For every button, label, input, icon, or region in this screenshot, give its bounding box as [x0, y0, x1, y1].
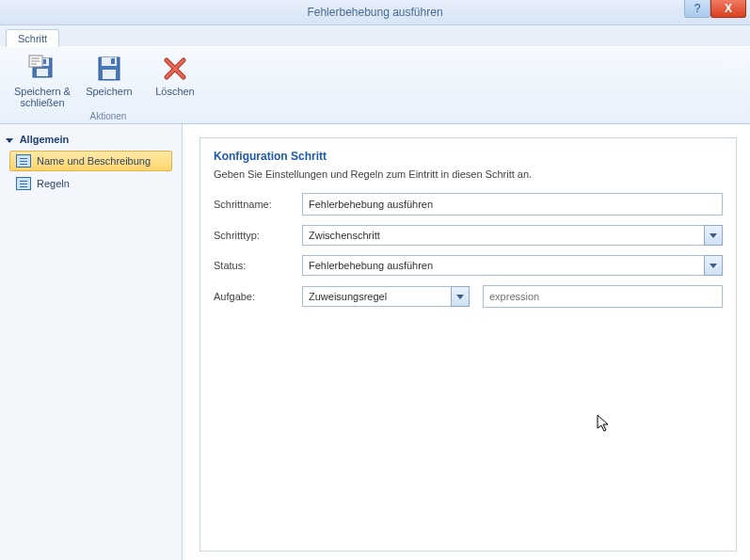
- close-button[interactable]: X: [710, 0, 746, 18]
- dialog-window: Fehlerbehebung ausführen ? X Schritt: [0, 0, 750, 560]
- nav-item-label: Name und Beschreibung: [37, 155, 151, 167]
- ribbon-body: Speichern & schließen Speichern: [0, 46, 750, 123]
- combo-status[interactable]: Fehlerbehebung ausführen: [302, 255, 723, 276]
- save-close-icon: [27, 54, 57, 84]
- close-icon: X: [725, 2, 732, 15]
- row-schritttyp: Schritttyp: Zwischenschritt: [214, 225, 723, 246]
- combo-status-value: Fehlerbehebung ausführen: [302, 255, 704, 276]
- body: Allgemein Name und Beschreibung Regeln K…: [0, 124, 750, 560]
- window-title: Fehlerbehebung ausführen: [307, 6, 442, 19]
- tab-schritt[interactable]: Schritt: [6, 29, 59, 47]
- svg-rect-11: [111, 58, 115, 64]
- nav-section-label: Allgemein: [20, 134, 70, 145]
- svg-rect-3: [43, 59, 46, 64]
- input-schrittname[interactable]: [302, 193, 723, 216]
- chevron-down-icon: [710, 233, 717, 238]
- nav-item-regeln[interactable]: Regeln: [9, 173, 172, 194]
- combo-schritttyp[interactable]: Zwischenschritt: [302, 225, 723, 246]
- save-close-label: Speichern & schließen: [14, 86, 71, 108]
- combo-schritttyp-arrow[interactable]: [704, 225, 723, 246]
- svg-rect-10: [103, 70, 116, 79]
- delete-label: Löschen: [155, 86, 195, 108]
- delete-icon: [160, 54, 190, 84]
- save-button[interactable]: Speichern: [79, 51, 139, 109]
- label-schrittname: Schrittname:: [214, 199, 302, 210]
- form-icon: [16, 154, 31, 168]
- chevron-down-icon: [710, 264, 717, 268]
- titlebar: Fehlerbehebung ausführen ? X: [0, 0, 750, 25]
- combo-schritttyp-value: Zwischenschritt: [302, 225, 704, 246]
- content-area: Konfiguration Schritt Geben Sie Einstell…: [183, 124, 750, 560]
- row-schrittname: Schrittname:: [214, 193, 723, 216]
- combo-aufgabe[interactable]: Zuweisungsregel: [302, 286, 470, 307]
- save-label: Speichern: [86, 86, 133, 108]
- chevron-down-icon: [456, 295, 464, 299]
- help-button[interactable]: ?: [684, 0, 710, 18]
- collapse-icon: [6, 138, 13, 143]
- svg-rect-2: [37, 69, 48, 76]
- help-icon: ?: [694, 2, 701, 15]
- save-and-close-button[interactable]: Speichern & schließen: [11, 51, 73, 109]
- tab-label: Schritt: [18, 33, 47, 44]
- input-expression[interactable]: [483, 285, 723, 308]
- panel-description: Geben Sie Einstellungen und Regeln zum E…: [214, 168, 723, 180]
- nav-item-label: Regeln: [37, 178, 70, 189]
- nav-item-name-beschreibung[interactable]: Name und Beschreibung: [9, 151, 172, 171]
- label-aufgabe: Aufgabe:: [214, 291, 302, 302]
- ribbon-tabrow: Schritt: [0, 25, 750, 46]
- nav-section-allgemein[interactable]: Allgemein: [6, 134, 176, 145]
- ribbon-group-label: Aktionen: [11, 111, 205, 121]
- ribbon-group-aktionen: Speichern & schließen Speichern: [6, 51, 211, 121]
- panel-title: Konfiguration Schritt: [214, 150, 723, 163]
- label-schritttyp: Schritttyp:: [214, 230, 302, 241]
- delete-button[interactable]: Löschen: [145, 51, 205, 109]
- combo-aufgabe-arrow[interactable]: [451, 286, 470, 307]
- form-icon: [16, 177, 31, 190]
- label-status: Status:: [214, 260, 302, 271]
- row-status: Status: Fehlerbehebung ausführen: [214, 255, 723, 276]
- save-icon: [94, 54, 124, 84]
- nav-pane: Allgemein Name und Beschreibung Regeln: [0, 124, 183, 560]
- config-panel: Konfiguration Schritt Geben Sie Einstell…: [199, 137, 737, 552]
- row-aufgabe: Aufgabe: Zuweisungsregel: [214, 285, 723, 308]
- combo-aufgabe-value: Zuweisungsregel: [302, 286, 451, 307]
- ribbon: Schritt: [0, 25, 750, 124]
- combo-status-arrow[interactable]: [704, 255, 723, 276]
